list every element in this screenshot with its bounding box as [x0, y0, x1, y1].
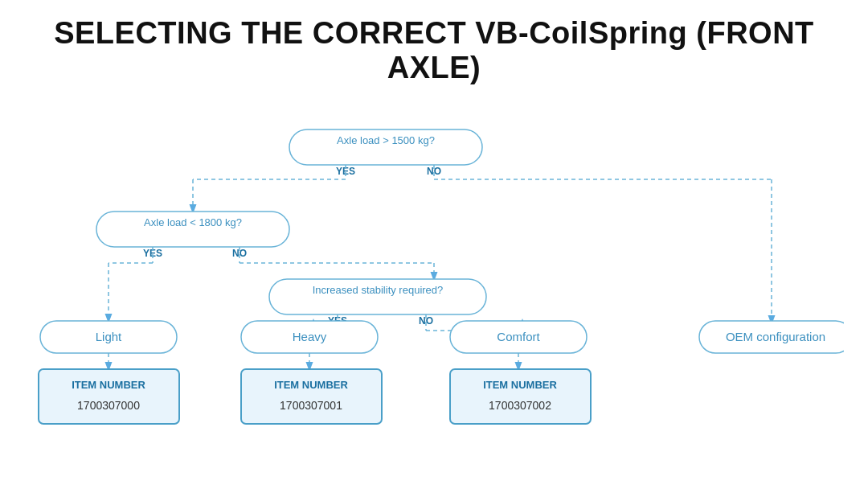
item0-label: ITEM NUMBER — [72, 379, 145, 391]
page: SELECTING THE CORRECT VB-CoilSpring (FRO… — [0, 0, 868, 489]
node-stability-label: Increased stability required? — [313, 284, 444, 296]
item1-value: 1700307001 — [280, 399, 342, 412]
comfort-label: Comfort — [497, 330, 540, 343]
item2-label: ITEM NUMBER — [483, 379, 557, 391]
node-axle1800-label: Axle load < 1800 kg? — [144, 216, 242, 228]
svg-rect-29 — [241, 369, 382, 424]
light-label: Light — [96, 330, 122, 343]
page-title: SELECTING THE CORRECT VB-CoilSpring (FRO… — [24, 16, 844, 85]
oem-label: OEM configuration — [726, 330, 825, 343]
item1-label: ITEM NUMBER — [274, 379, 348, 391]
node-axle1500-label: Axle load > 1500 kg? — [337, 134, 435, 146]
heavy-label: Heavy — [293, 330, 327, 343]
item2-value: 1700307002 — [489, 399, 551, 412]
svg-rect-30 — [450, 369, 591, 424]
svg-rect-28 — [39, 369, 179, 424]
diagram: Axle load > 1500 kg? YES NO Axle load < … — [24, 109, 844, 479]
item0-value: 1700307000 — [77, 399, 140, 412]
